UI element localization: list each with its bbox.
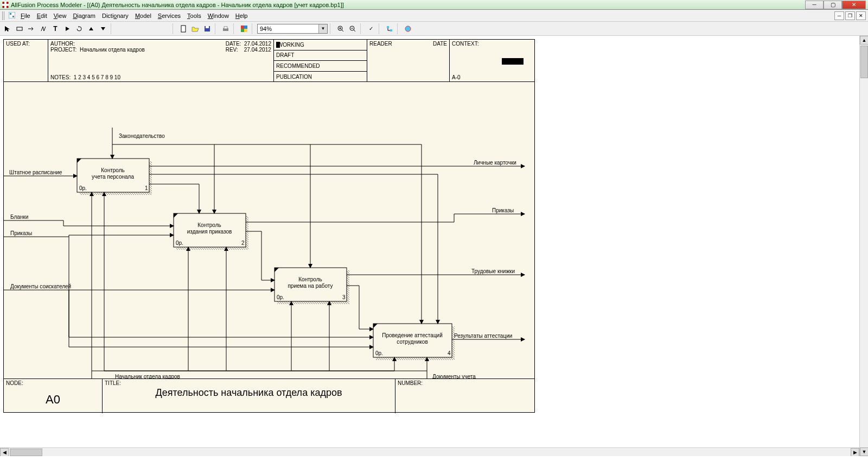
header-context: CONTEXT: A-0 [450,40,534,81]
reader-label: READER [369,41,433,80]
zoom-in-button[interactable] [335,23,346,34]
status-working: WORKING [278,42,304,48]
hscroll-thumb[interactable] [10,449,42,456]
toolbar: T 94% ▼ ✓ [0,22,868,36]
zoom-out-button[interactable] [347,23,358,34]
status-publication: PUBLICATION [276,74,312,80]
canvas[interactable]: USED AT: AUTHOR: PROJECT: Начальник отде… [0,36,868,456]
down-tool[interactable] [98,23,108,34]
scroll-right-icon[interactable]: ▶ [851,448,859,456]
context-thumbnail [502,58,524,65]
diagram-frame: USED AT: AUTHOR: PROJECT: Начальник отде… [3,39,535,413]
project-label: PROJECT: [50,47,76,53]
svg-text:4: 4 [448,350,451,356]
menu-model[interactable]: Model [132,11,155,20]
refresh-tool[interactable] [74,23,85,34]
svg-line-21 [354,30,355,31]
diagram-header: USED AT: AUTHOR: PROJECT: Начальник отде… [4,40,534,82]
squiggle-tool[interactable] [38,23,49,34]
scroll-left-icon[interactable]: ◀ [0,448,9,456]
project-value: Начальник отдела кадров [80,47,145,53]
svg-text:Трудовые книжки: Трудовые книжки [471,268,515,274]
footer-number: NUMBER: [395,379,534,413]
color-tool[interactable] [239,23,250,34]
title-value: Деятельность начальника отдела кадров [105,386,393,399]
svg-text:Законодательство: Законодательство [119,133,165,139]
text-tool[interactable]: T [50,23,61,34]
menu-diagram[interactable]: Diagram [69,11,99,20]
svg-rect-13 [244,26,247,29]
vertical-scrollbar[interactable]: ▲ ▼ [859,36,868,456]
title-label: TITLE: [105,380,121,386]
svg-text:1: 1 [145,185,148,191]
menubar-grip [2,11,5,20]
svg-text:3: 3 [342,294,346,300]
scroll-up-icon[interactable]: ▲ [860,36,868,45]
mdi-minimize-button[interactable]: ─ [834,11,844,20]
menu-services[interactable]: Services [155,11,184,20]
model-explorer-button[interactable] [384,23,395,34]
svg-rect-6 [17,27,22,30]
up-tool[interactable] [86,23,97,34]
svg-text:Документы учета: Документы учета [432,374,476,378]
header-project: AUTHOR: PROJECT: Начальник отдела кадров… [48,40,274,81]
svg-rect-2 [2,4,9,6]
svg-text:Контроль: Контроль [298,276,322,282]
svg-text:Контроль: Контроль [197,222,221,228]
vscroll-thumb[interactable] [860,46,868,78]
scroll-down-icon[interactable]: ▼ [860,447,868,456]
svg-text:0р.: 0р. [375,350,383,356]
play-tool[interactable] [62,23,73,34]
svg-text:сотрудников: сотрудников [397,339,427,345]
svg-text:0р.: 0р. [79,185,87,191]
svg-rect-7 [181,26,186,32]
svg-text:Контроль: Контроль [101,167,124,173]
notes-value: 1 2 3 4 5 6 7 8 9 10 [74,74,120,80]
window-title: AllFusion Process Modeler - [(A0) Деятел… [11,2,805,8]
svg-text:Начальник отдела кадров: Начальник отдела кадров [115,374,180,378]
menu-dictionary[interactable]: Dictionary [99,11,132,20]
mdi-restore-button[interactable]: ❐ [845,11,855,20]
header-used-at: USED AT: [4,40,48,81]
author-label: AUTHOR: [50,41,75,47]
save-button[interactable] [202,23,213,34]
svg-text:0р.: 0р. [277,294,284,300]
diagram-body[interactable]: Контроль учета персонала 0р. 1 Контроль … [4,82,534,378]
menu-edit[interactable]: Edit [34,11,50,20]
svg-line-17 [342,30,343,31]
spellcheck-button[interactable]: ✓ [366,23,376,34]
menu-tools[interactable]: Tools [184,11,205,20]
svg-point-27 [405,26,411,31]
print-button[interactable] [220,23,231,34]
activity-box-tool[interactable] [14,23,25,34]
report-button[interactable] [403,23,413,34]
svg-text:Документы соискателей: Документы соискателей [10,283,71,289]
idef0-svg: Контроль учета персонала 0р. 1 Контроль … [4,82,534,378]
svg-rect-15 [244,29,247,32]
new-button[interactable] [178,23,189,34]
close-button[interactable]: ✕ [842,1,866,9]
arrow-tool[interactable] [26,23,37,34]
menu-help[interactable]: Help [232,11,251,20]
notes-label: NOTES: [50,74,71,80]
window-titlebar: AllFusion Process Modeler - [(A0) Деятел… [0,0,868,10]
date-label: DATE: [226,41,241,47]
zoom-combo[interactable]: 94% ▼ [257,24,328,34]
menu-window[interactable]: Window [205,11,232,20]
svg-rect-24 [390,29,392,31]
menu-view[interactable]: View [50,11,70,20]
svg-text:учета персонала: учета персонала [92,174,134,180]
pointer-tool[interactable] [2,23,13,34]
zoom-dropdown-icon[interactable]: ▼ [318,24,327,33]
status-draft: DRAFT [276,52,294,58]
svg-text:Личные карточки: Личные карточки [474,160,516,166]
menu-file[interactable]: File [17,11,34,20]
svg-text:Проведение аттестаций: Проведение аттестаций [382,332,443,338]
mdi-close-button[interactable]: ✕ [856,11,866,20]
svg-rect-9 [206,26,209,28]
horizontal-scrollbar[interactable]: ◀ ▶ [0,447,859,456]
svg-rect-5 [12,16,14,17]
minimize-button[interactable]: ─ [805,1,824,9]
open-button[interactable] [190,23,201,34]
maximize-button[interactable]: ▢ [824,1,842,9]
